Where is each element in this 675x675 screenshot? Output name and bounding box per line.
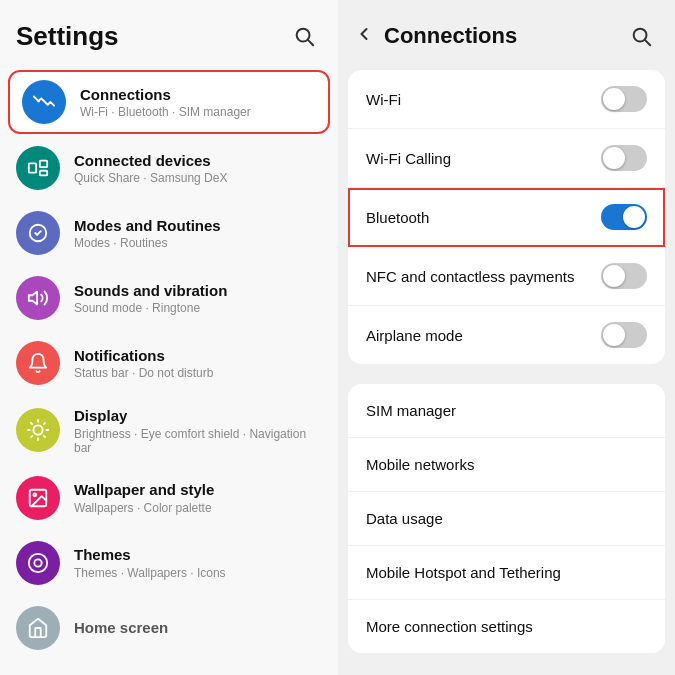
- connections-list: Wi-Fi Wi-Fi Calling Bluetooth: [338, 64, 675, 675]
- sidebar-item-wallpaper[interactable]: Wallpaper and style Wallpapers · Color p…: [0, 466, 338, 530]
- wifi-calling-item[interactable]: Wi-Fi Calling: [348, 129, 665, 188]
- sounds-icon: [16, 276, 60, 320]
- connected-devices-title: Connected devices: [74, 151, 227, 171]
- wifi-toggle-knob: [603, 88, 625, 110]
- airplane-toggle-knob: [603, 324, 625, 346]
- nfc-toggle[interactable]: [601, 263, 647, 289]
- mobile-networks-label: Mobile networks: [366, 456, 474, 473]
- display-subtitle: Brightness · Eye comfort shield · Naviga…: [74, 427, 322, 455]
- svg-point-19: [29, 553, 47, 571]
- svg-point-8: [33, 426, 42, 435]
- sidebar-item-home-screen[interactable]: Home screen: [0, 596, 338, 660]
- connections-title: Connections: [80, 85, 251, 105]
- wifi-item[interactable]: Wi-Fi: [348, 70, 665, 129]
- nfc-label: NFC and contactless payments: [366, 268, 574, 285]
- plain-section: SIM manager Mobile networks Data usage M…: [348, 384, 665, 653]
- right-panel: Connections Wi-Fi Wi-Fi Calling: [338, 0, 675, 675]
- svg-line-15: [31, 436, 32, 437]
- sidebar-item-connected-devices[interactable]: Connected devices Quick Share · Samsung …: [0, 136, 338, 200]
- sidebar-item-connections[interactable]: Connections Wi-Fi · Bluetooth · SIM mana…: [8, 70, 330, 134]
- wifi-calling-toggle[interactable]: [601, 145, 647, 171]
- data-usage-item[interactable]: Data usage: [348, 492, 665, 546]
- connections-icon: [22, 80, 66, 124]
- themes-subtitle: Themes · Wallpapers · Icons: [74, 566, 226, 580]
- modes-routines-subtitle: Modes · Routines: [74, 236, 221, 250]
- svg-line-12: [44, 436, 45, 437]
- svg-line-16: [44, 423, 45, 424]
- nfc-toggle-knob: [603, 265, 625, 287]
- back-button[interactable]: [354, 20, 380, 53]
- right-search-button[interactable]: [623, 18, 659, 54]
- right-header: Connections: [338, 0, 675, 64]
- settings-list: Connections Wi-Fi · Bluetooth · SIM mana…: [0, 64, 338, 675]
- hotspot-item[interactable]: Mobile Hotspot and Tethering: [348, 546, 665, 600]
- mobile-networks-item[interactable]: Mobile networks: [348, 438, 665, 492]
- bluetooth-item[interactable]: Bluetooth: [348, 188, 665, 247]
- airplane-item[interactable]: Airplane mode: [348, 306, 665, 364]
- sounds-subtitle: Sound mode · Ringtone: [74, 301, 227, 315]
- left-header: Settings: [0, 0, 338, 64]
- toggle-section: Wi-Fi Wi-Fi Calling Bluetooth: [348, 70, 665, 364]
- wifi-label: Wi-Fi: [366, 91, 401, 108]
- themes-icon: [16, 541, 60, 585]
- connections-subtitle: Wi-Fi · Bluetooth · SIM manager: [80, 105, 251, 119]
- wifi-toggle[interactable]: [601, 86, 647, 112]
- svg-point-18: [33, 493, 36, 496]
- sidebar-item-sounds[interactable]: Sounds and vibration Sound mode · Ringto…: [0, 266, 338, 330]
- svg-point-20: [34, 559, 41, 566]
- data-usage-label: Data usage: [366, 510, 443, 527]
- search-button[interactable]: [286, 18, 322, 54]
- svg-line-22: [645, 40, 650, 45]
- right-panel-title: Connections: [384, 23, 517, 49]
- left-panel: Settings Connections Wi-Fi · Bluetooth ·…: [0, 0, 338, 675]
- modes-routines-icon: [16, 211, 60, 255]
- connected-devices-icon: [16, 146, 60, 190]
- sounds-title: Sounds and vibration: [74, 281, 227, 301]
- svg-rect-3: [29, 163, 36, 172]
- svg-rect-4: [40, 161, 47, 167]
- airplane-label: Airplane mode: [366, 327, 463, 344]
- svg-rect-5: [40, 171, 47, 176]
- notifications-icon: [16, 341, 60, 385]
- wallpaper-subtitle: Wallpapers · Color palette: [74, 501, 214, 515]
- hotspot-label: Mobile Hotspot and Tethering: [366, 564, 561, 581]
- themes-title: Themes: [74, 545, 226, 565]
- display-title: Display: [74, 406, 322, 426]
- nfc-item[interactable]: NFC and contactless payments: [348, 247, 665, 306]
- svg-marker-7: [29, 292, 37, 305]
- svg-line-11: [31, 423, 32, 424]
- more-connection-label: More connection settings: [366, 618, 533, 635]
- bluetooth-toggle-knob: [623, 206, 645, 228]
- sidebar-item-modes-routines[interactable]: Modes and Routines Modes · Routines: [0, 201, 338, 265]
- airplane-toggle[interactable]: [601, 322, 647, 348]
- home-screen-icon: [16, 606, 60, 650]
- display-icon: [16, 408, 60, 452]
- wifi-calling-toggle-knob: [603, 147, 625, 169]
- sidebar-item-themes[interactable]: Themes Themes · Wallpapers · Icons: [0, 531, 338, 595]
- more-connection-item[interactable]: More connection settings: [348, 600, 665, 653]
- sim-manager-label: SIM manager: [366, 402, 456, 419]
- svg-line-1: [308, 40, 313, 45]
- wallpaper-icon: [16, 476, 60, 520]
- wifi-calling-label: Wi-Fi Calling: [366, 150, 451, 167]
- sidebar-item-display[interactable]: Display Brightness · Eye comfort shield …: [0, 396, 338, 465]
- svg-point-2: [37, 100, 40, 103]
- wallpaper-title: Wallpaper and style: [74, 480, 214, 500]
- home-screen-title: Home screen: [74, 618, 168, 638]
- notifications-title: Notifications: [74, 346, 213, 366]
- bluetooth-label: Bluetooth: [366, 209, 429, 226]
- connected-devices-subtitle: Quick Share · Samsung DeX: [74, 171, 227, 185]
- sim-manager-item[interactable]: SIM manager: [348, 384, 665, 438]
- modes-routines-title: Modes and Routines: [74, 216, 221, 236]
- bluetooth-toggle[interactable]: [601, 204, 647, 230]
- notifications-subtitle: Status bar · Do not disturb: [74, 366, 213, 380]
- sidebar-item-notifications[interactable]: Notifications Status bar · Do not distur…: [0, 331, 338, 395]
- page-title: Settings: [16, 21, 119, 52]
